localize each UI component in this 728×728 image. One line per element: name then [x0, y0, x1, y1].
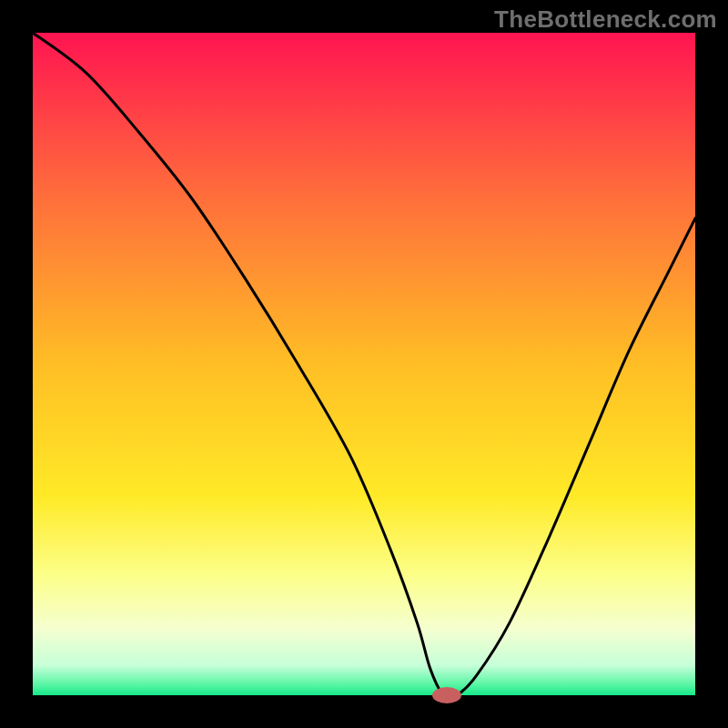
chart-canvas	[0, 0, 728, 728]
plot-background	[33, 33, 695, 695]
watermark-text: TheBottleneck.com	[494, 5, 717, 34]
bottleneck-chart: TheBottleneck.com	[0, 0, 728, 728]
optimal-marker	[432, 687, 461, 703]
